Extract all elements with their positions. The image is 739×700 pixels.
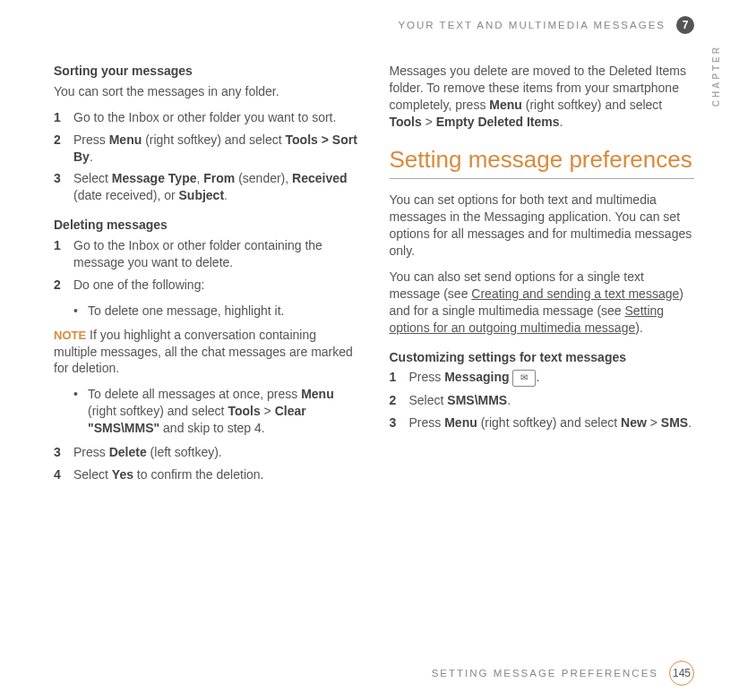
del-step-3: 3 Press Delete (left softkey). — [54, 444, 359, 461]
del-bullets-1: To delete one message, highlight it. — [54, 303, 359, 320]
deleting-steps-2: 3 Press Delete (left softkey). 4 Select … — [54, 444, 359, 483]
chapter-number-badge: 7 — [676, 16, 694, 34]
del-step-1: 1Go to the Inbox or other folder contain… — [54, 237, 359, 271]
del-bullet-highlight: To delete one message, highlight it. — [73, 303, 359, 320]
footer-title: SETTING MESSAGE PREFERENCES — [432, 668, 658, 679]
del-bullets-2: To delete all messages at once, press Me… — [54, 386, 359, 437]
del-step-2: 2Do one of the following: — [54, 277, 359, 294]
page-footer: SETTING MESSAGE PREFERENCES 145 — [432, 661, 694, 686]
right-column: Messages you delete are moved to the Del… — [390, 63, 695, 492]
page-header: YOUR TEXT AND MULTIMEDIA MESSAGES 7 — [54, 16, 694, 34]
section-title: Setting message preferences — [390, 147, 695, 174]
sort-step-1: 1Go to the Inbox or other folder you wan… — [54, 109, 359, 126]
sorting-heading: Sorting your messages — [54, 63, 359, 80]
section-rule — [390, 178, 695, 179]
customizing-heading: Customizing settings for text messages — [390, 349, 695, 366]
sort-step-3: 3 Select Message Type, From (sender), Re… — [54, 170, 359, 204]
note-label: NOTE — [54, 329, 86, 342]
left-column: Sorting your messages You can sort the m… — [54, 63, 359, 492]
prefs-para-2: You can also set send options for a sing… — [390, 269, 695, 337]
cust-step-3: 3 Press Menu (right softkey) and select … — [390, 414, 695, 431]
customizing-steps: 1 Press Messaging ✉. 2 Select SMS\MMS. 3… — [390, 369, 695, 431]
sorting-intro: You can sort the messages in any folder. — [54, 83, 359, 100]
deleting-heading: Deleting messages — [54, 217, 359, 234]
sort-step-2: 2 Press Menu (right softkey) and select … — [54, 132, 359, 166]
del-step-4: 4 Select Yes to confirm the deletion. — [54, 466, 359, 483]
cust-step-1: 1 Press Messaging ✉. — [390, 369, 695, 387]
chapter-label-vertical: CHAPTER — [711, 45, 721, 107]
page-number-badge: 145 — [669, 661, 694, 686]
messaging-icon: ✉ — [512, 370, 536, 387]
cust-step-2: 2 Select SMS\MMS. — [390, 392, 695, 409]
prefs-para-1: You can set options for both text and mu… — [390, 192, 695, 260]
note-paragraph: NOTE If you highlight a conversation con… — [54, 327, 359, 378]
deleted-items-para: Messages you delete are moved to the Del… — [390, 63, 695, 131]
header-title: YOUR TEXT AND MULTIMEDIA MESSAGES — [398, 20, 666, 30]
del-bullet-clear: To delete all messages at once, press Me… — [73, 386, 359, 437]
deleting-steps-1: 1Go to the Inbox or other folder contain… — [54, 237, 359, 294]
xref-create-text[interactable]: Creating and sending a text message — [471, 286, 679, 301]
sorting-steps: 1Go to the Inbox or other folder you wan… — [54, 109, 359, 204]
